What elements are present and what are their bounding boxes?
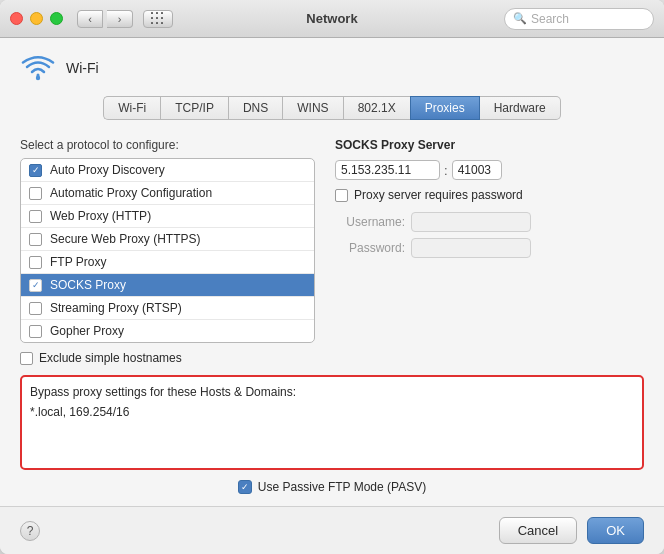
ok-button[interactable]: OK xyxy=(587,517,644,544)
tab-wifi[interactable]: Wi-Fi xyxy=(103,96,160,120)
proto-label: Secure Web Proxy (HTTPS) xyxy=(50,232,200,246)
grid-icon xyxy=(151,12,165,26)
footer-buttons: Cancel OK xyxy=(499,517,644,544)
help-button[interactable]: ? xyxy=(20,521,40,541)
socks-server-title: SOCKS Proxy Server xyxy=(335,138,644,152)
proto-web-proxy[interactable]: Web Proxy (HTTP) xyxy=(21,205,314,228)
proto-streaming[interactable]: Streaming Proxy (RTSP) xyxy=(21,297,314,320)
tab-proxies[interactable]: Proxies xyxy=(410,96,480,120)
secure-web-checkbox[interactable] xyxy=(29,233,42,246)
proto-auto-proxy[interactable]: ✓ Auto Proxy Discovery xyxy=(21,159,314,182)
ftp-checkbox[interactable] xyxy=(29,256,42,269)
search-icon: 🔍 xyxy=(513,12,527,25)
proto-socks[interactable]: ✓ SOCKS Proxy xyxy=(21,274,314,297)
maximize-button[interactable] xyxy=(50,12,63,25)
cancel-button[interactable]: Cancel xyxy=(499,517,577,544)
wifi-label: Wi-Fi xyxy=(66,60,99,76)
exclude-label: Exclude simple hostnames xyxy=(39,351,182,365)
wifi-header: Wi-Fi xyxy=(20,54,644,82)
tab-dns[interactable]: DNS xyxy=(228,96,282,120)
forward-button[interactable]: › xyxy=(107,10,133,28)
passive-checkmark-icon: ✓ xyxy=(241,482,249,492)
proto-label: Web Proxy (HTTP) xyxy=(50,209,151,223)
proto-auto-config[interactable]: Automatic Proxy Configuration xyxy=(21,182,314,205)
minimize-button[interactable] xyxy=(30,12,43,25)
proto-secure-web[interactable]: Secure Web Proxy (HTTPS) xyxy=(21,228,314,251)
gopher-checkbox[interactable] xyxy=(29,325,42,338)
content-area: Wi-Fi Wi-Fi TCP/IP DNS WINS 802.1X Proxi… xyxy=(0,38,664,506)
bottom-area: Bypass proxy settings for these Hosts & … xyxy=(20,375,644,494)
close-button[interactable] xyxy=(10,12,23,25)
proto-label: Auto Proxy Discovery xyxy=(50,163,165,177)
proto-label: Gopher Proxy xyxy=(50,324,124,338)
proto-gopher[interactable]: Gopher Proxy xyxy=(21,320,314,342)
bypass-box: Bypass proxy settings for these Hosts & … xyxy=(20,375,644,470)
proxy-password-checkbox[interactable] xyxy=(335,189,348,202)
proto-label: FTP Proxy xyxy=(50,255,106,269)
checkmark-icon: ✓ xyxy=(32,166,40,175)
colon-separator: : xyxy=(444,163,448,178)
socks-checkbox[interactable]: ✓ xyxy=(29,279,42,292)
proto-label: Streaming Proxy (RTSP) xyxy=(50,301,182,315)
right-panel: SOCKS Proxy Server : Proxy server requir… xyxy=(335,138,644,365)
search-placeholder: Search xyxy=(531,12,569,26)
tab-wins[interactable]: WINS xyxy=(282,96,342,120)
auto-config-checkbox[interactable] xyxy=(29,187,42,200)
ip-input[interactable] xyxy=(335,160,440,180)
auto-proxy-checkbox[interactable]: ✓ xyxy=(29,164,42,177)
titlebar: ‹ › Network 🔍 Search xyxy=(0,0,664,38)
window-title: Network xyxy=(306,11,357,26)
footer: ? Cancel OK xyxy=(0,506,664,554)
grid-button[interactable] xyxy=(143,10,173,28)
bypass-textarea[interactable]: *.local, 169.254/16 xyxy=(30,405,634,460)
username-row: Username: xyxy=(335,212,644,232)
proto-label: Automatic Proxy Configuration xyxy=(50,186,212,200)
tab-tcpip[interactable]: TCP/IP xyxy=(160,96,228,120)
proto-ftp[interactable]: FTP Proxy xyxy=(21,251,314,274)
proxy-password-label: Proxy server requires password xyxy=(354,188,523,202)
username-label: Username: xyxy=(335,215,405,229)
web-proxy-checkbox[interactable] xyxy=(29,210,42,223)
traffic-lights xyxy=(10,12,63,25)
svg-point-0 xyxy=(36,76,40,80)
tab-8021x[interactable]: 802.1X xyxy=(343,96,410,120)
back-button[interactable]: ‹ xyxy=(77,10,103,28)
bypass-label: Bypass proxy settings for these Hosts & … xyxy=(30,385,634,399)
wifi-icon xyxy=(20,54,56,82)
tab-hardware[interactable]: Hardware xyxy=(480,96,561,120)
username-input[interactable] xyxy=(411,212,531,232)
password-row: Password: xyxy=(335,238,644,258)
password-input[interactable] xyxy=(411,238,531,258)
network-preferences-window: ‹ › Network 🔍 Search xyxy=(0,0,664,554)
tabs-bar: Wi-Fi TCP/IP DNS WINS 802.1X Proxies Har… xyxy=(20,96,644,120)
proto-label: SOCKS Proxy xyxy=(50,278,126,292)
password-label: Password: xyxy=(335,241,405,255)
protocol-list-label: Select a protocol to configure: xyxy=(20,138,315,152)
exclude-row: Exclude simple hostnames xyxy=(20,351,315,365)
ip-port-row: : xyxy=(335,160,644,180)
left-panel: Select a protocol to configure: ✓ Auto P… xyxy=(20,138,315,365)
search-box[interactable]: 🔍 Search xyxy=(504,8,654,30)
proxy-password-row: Proxy server requires password xyxy=(335,188,644,202)
protocol-list: ✓ Auto Proxy Discovery Automatic Proxy C… xyxy=(20,158,315,343)
streaming-checkbox[interactable] xyxy=(29,302,42,315)
passive-ftp-checkbox[interactable]: ✓ xyxy=(238,480,252,494)
port-input[interactable] xyxy=(452,160,502,180)
passive-ftp-label: Use Passive FTP Mode (PASV) xyxy=(258,480,426,494)
passive-ftp-row: ✓ Use Passive FTP Mode (PASV) xyxy=(20,480,644,494)
socks-checkmark: ✓ xyxy=(32,281,40,290)
exclude-checkbox[interactable] xyxy=(20,352,33,365)
main-panel: Select a protocol to configure: ✓ Auto P… xyxy=(20,138,644,365)
nav-buttons: ‹ › xyxy=(77,10,133,28)
